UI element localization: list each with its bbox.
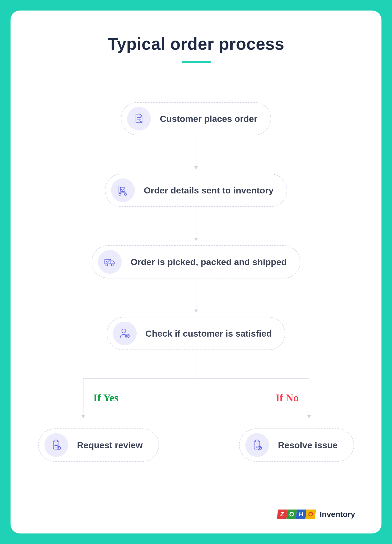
step-label: Check if customer is satisfied: [146, 328, 272, 339]
step-label: Customer places order: [160, 114, 257, 124]
branch-connector: If Yes If No: [51, 355, 341, 428]
brand-logo: Z O H O Inventory: [277, 510, 355, 519]
title-underline: [182, 61, 211, 63]
svg-point-6: [122, 329, 126, 333]
outcome-label: Resolve issue: [278, 440, 338, 450]
svg-point-4: [106, 264, 108, 266]
svg-point-13: [256, 447, 257, 447]
svg-point-5: [111, 264, 113, 266]
svg-rect-0: [120, 187, 125, 191]
step-check-satisfaction: Check if customer is satisfied: [107, 317, 286, 350]
user-star-icon: [113, 322, 137, 345]
connector-arrow: [196, 212, 196, 241]
outcome-resolve-issue: Resolve issue: [239, 428, 354, 462]
flow-container: Customer places order Order details sent…: [34, 102, 358, 462]
zoho-logo-icon: Z O H O: [277, 510, 315, 519]
clipboard-edit-icon: [44, 433, 68, 457]
step-label: Order details sent to inventory: [144, 185, 274, 196]
document-click-icon: [127, 107, 151, 131]
branch-yes-label: If Yes: [93, 392, 118, 404]
outcomes-row: Request review Resolve issue: [38, 428, 354, 462]
svg-point-1: [119, 193, 121, 196]
branch-no-label: If No: [276, 392, 299, 404]
step-send-inventory: Order details sent to inventory: [105, 174, 287, 207]
step-pick-pack-ship: Order is picked, packed and shipped: [92, 245, 300, 278]
connector-arrow: [196, 140, 196, 169]
diagram-title: Typical order process: [34, 34, 358, 54]
outcome-request-review: Request review: [38, 428, 159, 462]
brand-product-label: Inventory: [320, 510, 355, 519]
trolley-icon: [111, 178, 135, 202]
step-place-order: Customer places order: [121, 102, 271, 135]
connector-arrow: [196, 283, 196, 312]
diagram-card: Typical order process Customer places or…: [11, 11, 381, 533]
clipboard-alert-icon: [245, 433, 269, 457]
step-label: Order is picked, packed and shipped: [131, 257, 287, 267]
truck-check-icon: [98, 250, 122, 274]
svg-point-2: [125, 193, 127, 196]
outcome-label: Request review: [77, 440, 143, 450]
